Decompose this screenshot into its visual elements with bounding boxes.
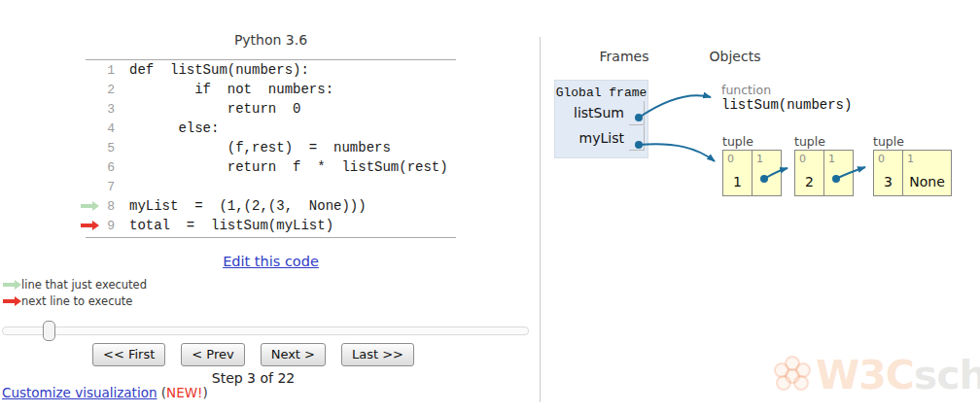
- next-line-arrow-icon: [3, 299, 15, 303]
- tuple-cell: 03: [874, 151, 903, 195]
- pointer-mylist-to-tuple1: [639, 144, 715, 161]
- line-number: 9: [101, 219, 115, 233]
- edit-code-link[interactable]: Edit this code: [223, 254, 319, 269]
- tuple-cell-index: 0: [799, 153, 806, 165]
- legend-just-executed: line that just executed: [2, 278, 147, 292]
- code-text: return f * listSum(rest): [129, 159, 448, 175]
- global-frame-title: Global frame: [555, 86, 648, 100]
- watermark: W3C school: [771, 352, 980, 398]
- tuple-cell-value: 2: [795, 174, 823, 189]
- legend-label: line that just executed: [21, 278, 147, 292]
- watermark-brand-w3c: W3C: [816, 352, 914, 398]
- tuple-type-label: tuple: [722, 134, 753, 149]
- watermark-brand-school: school: [914, 352, 980, 398]
- tuple-cell-index: 1: [756, 153, 763, 165]
- code-line: 9total = listSum(myList): [80, 216, 448, 235]
- code-line: 5 (f,rest) = numbers: [80, 138, 448, 157]
- line-number: 7: [101, 180, 115, 194]
- line-number: 1: [101, 63, 115, 78]
- line-number: 8: [101, 199, 115, 214]
- new-badge-paren: (NEW!): [161, 385, 208, 400]
- code-text: total = listSum(myList): [129, 218, 333, 233]
- tuple-cell-index: 1: [828, 153, 835, 165]
- variable-value-slot: [629, 101, 645, 125]
- tuple-box: 011: [722, 150, 782, 196]
- tuple-cell-value: 3: [874, 174, 902, 189]
- tuple-type-label: tuple: [873, 134, 904, 149]
- line-number: 2: [101, 83, 115, 97]
- tuple-cell: 1None: [903, 151, 951, 195]
- variable-name: myList: [579, 130, 629, 146]
- code-text: if not numbers:: [129, 82, 333, 97]
- code-text: (f,rest) = numbers: [129, 140, 391, 155]
- just-executed-arrow-icon: [3, 283, 15, 287]
- line-number: 3: [101, 102, 115, 117]
- tuple-cell-value: None: [903, 174, 951, 189]
- tuple-cell: 02: [795, 151, 824, 195]
- code-line: 3 return 0: [80, 99, 448, 119]
- tuple-cell-index: 1: [907, 153, 914, 165]
- line-number: 5: [101, 141, 115, 155]
- execution-slider-thumb[interactable]: [43, 321, 55, 341]
- new-badge: NEW!: [166, 385, 202, 400]
- tuple-cell-index: 0: [727, 153, 734, 165]
- tuple-box: 031None: [873, 150, 952, 196]
- tuple-cell: 1: [824, 151, 853, 195]
- code-text: else:: [129, 120, 219, 136]
- last-step-button[interactable]: Last >>: [341, 343, 414, 366]
- code-line-gutter: [80, 204, 101, 208]
- tuple-type-label: tuple: [794, 134, 825, 149]
- code-text: myList = (1,(2,(3, None))): [129, 198, 367, 214]
- first-step-button[interactable]: << First: [92, 343, 165, 366]
- step-counter: Step 3 of 22: [86, 370, 421, 386]
- code-line-gutter: [80, 224, 101, 227]
- code-line: 4 else:: [80, 119, 448, 138]
- line-number: 6: [101, 160, 115, 175]
- frames-header: Frames: [576, 49, 673, 64]
- execution-slider-track[interactable]: [2, 327, 529, 335]
- legend-next-line: next line to execute: [2, 294, 132, 308]
- code-text: return 0: [129, 101, 300, 117]
- tuple-cell-value: 1: [723, 174, 752, 189]
- line-number: 4: [101, 121, 115, 136]
- code-line: 1def listSum(numbers):: [80, 60, 448, 80]
- panel-divider: [540, 37, 541, 402]
- variable-name: listSum: [574, 105, 629, 120]
- tuple-cell: 01: [723, 151, 752, 195]
- code-rows: 1def listSum(numbers):2 if not numbers:3…: [80, 60, 448, 235]
- customize-visualization-link[interactable]: Customize visualization: [2, 385, 157, 400]
- variable-value-slot: [629, 126, 645, 151]
- global-frame: Global frame listSum myList: [554, 80, 648, 158]
- objects-header: Objects: [686, 49, 784, 64]
- w3cschool-flower-icon: [771, 354, 814, 396]
- legend-label: next line to execute: [21, 294, 132, 308]
- code-line: 6 return f * listSum(rest): [80, 157, 448, 177]
- next-step-button[interactable]: Next >: [261, 343, 326, 366]
- prev-step-button[interactable]: < Prev: [181, 343, 244, 366]
- code-line: 8myList = (1,(2,(3, None))): [80, 196, 448, 216]
- pointer-listsum-to-function: [639, 95, 711, 118]
- step-navigation: << First < Prev Next > Last >>: [86, 343, 421, 366]
- tuple-box: 021: [794, 150, 854, 196]
- tuple-cell-index: 0: [878, 153, 885, 165]
- variable-row-listsum: listSum: [555, 100, 648, 125]
- function-type-label: function: [721, 83, 771, 97]
- variable-row-mylist: myList: [555, 125, 648, 151]
- tuple-cell: 1: [752, 151, 781, 195]
- just-executed-arrow-icon: [81, 204, 92, 208]
- function-signature: listSum(numbers): [721, 97, 852, 113]
- customize-row: Customize visualization (NEW!): [2, 385, 208, 400]
- code-line: 7: [80, 177, 448, 196]
- language-version-label: Python 3.6: [86, 32, 456, 48]
- code-text: def listSum(numbers):: [129, 62, 309, 78]
- next-line-arrow-icon: [81, 224, 92, 227]
- code-line: 2 if not numbers:: [80, 80, 448, 99]
